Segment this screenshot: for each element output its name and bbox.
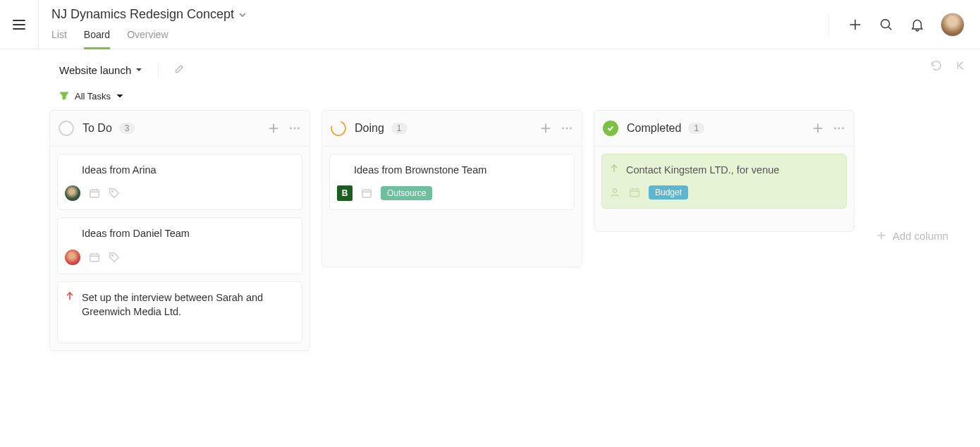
svg-point-8	[562, 128, 564, 130]
add-card-button[interactable]	[811, 122, 824, 135]
svg-point-3	[298, 128, 300, 130]
filter-icon[interactable]	[59, 91, 69, 101]
tab-list[interactable]: List	[51, 29, 67, 49]
collapse-right-icon[interactable]	[955, 59, 967, 72]
svg-point-0	[881, 20, 890, 28]
svg-rect-4	[90, 190, 99, 197]
task-card[interactable]: Contact Kingstem LTD., for venue Budget	[601, 154, 847, 209]
svg-point-13	[838, 128, 840, 130]
topbar-main: NJ Dynamics Redesign Concept List Board …	[39, 0, 826, 49]
plus-icon[interactable]	[847, 17, 863, 32]
task-card[interactable]: Ideas from Arina	[57, 154, 302, 210]
assignee-avatar[interactable]	[65, 185, 80, 201]
assignee-avatar[interactable]	[65, 250, 80, 265]
card-title: Ideas from Brownstone Team	[354, 163, 564, 177]
svg-point-1	[290, 128, 292, 130]
assignee-icon[interactable]	[609, 187, 620, 198]
bell-icon[interactable]	[909, 17, 925, 32]
column-todo: To Do 3 Ideas from Arina Ideas from Dani…	[49, 110, 310, 351]
topbar-icons	[826, 0, 980, 49]
column-count: 3	[119, 123, 135, 134]
calendar-icon[interactable]	[361, 188, 372, 199]
tag-budget[interactable]: Budget	[649, 185, 688, 200]
team-avatar[interactable]: B	[337, 185, 353, 201]
add-card-button[interactable]	[539, 122, 552, 135]
calendar-icon[interactable]	[89, 252, 100, 263]
add-column-label: Add column	[893, 230, 948, 242]
divider	[828, 14, 829, 35]
pencil-icon	[174, 63, 185, 74]
view-selector[interactable]: Website launch	[59, 64, 142, 76]
column-title: Completed	[627, 122, 681, 135]
filter-label[interactable]: All Tasks	[75, 91, 111, 102]
column-menu-button[interactable]	[288, 122, 301, 135]
hamburger-icon	[12, 18, 26, 32]
status-indicator-done	[603, 121, 618, 136]
svg-rect-16	[630, 189, 639, 197]
caret-down-icon[interactable]	[116, 92, 123, 99]
status-indicator-todo	[59, 121, 74, 136]
column-menu-button[interactable]	[833, 122, 845, 135]
edit-view-button[interactable]	[174, 63, 185, 77]
column-menu-button[interactable]	[561, 122, 573, 135]
kanban-board: To Do 3 Ideas from Arina Ideas from Dani…	[0, 106, 980, 351]
view-tabs: List Board Overview	[51, 29, 826, 49]
search-icon[interactable]	[878, 17, 894, 32]
svg-point-12	[834, 128, 836, 130]
page-title: NJ Dynamics Redesign Concept	[51, 7, 234, 22]
tab-overview[interactable]: Overview	[127, 29, 168, 49]
svg-point-9	[566, 128, 568, 130]
svg-point-7	[111, 255, 113, 256]
tag-outsource[interactable]: Outsource	[381, 186, 432, 200]
task-card[interactable]: Ideas from Daniel Team	[57, 217, 302, 274]
card-title: Contact Kingstem LTD., for venue	[626, 163, 836, 177]
status-indicator-doing	[328, 118, 348, 138]
svg-rect-6	[90, 254, 99, 262]
tab-board[interactable]: Board	[84, 29, 110, 49]
card-title: Set up the interview between Sarah and G…	[82, 290, 292, 319]
add-column-button[interactable]: Add column	[866, 110, 954, 351]
plus-icon	[876, 230, 887, 241]
svg-point-15	[613, 189, 616, 192]
task-card[interactable]: Ideas from Brownstone Team B Outsource	[329, 154, 575, 210]
svg-rect-11	[362, 190, 371, 197]
card-title: Ideas from Arina	[82, 163, 292, 177]
calendar-icon[interactable]	[89, 188, 100, 199]
calendar-icon[interactable]	[629, 187, 640, 198]
divider	[158, 62, 159, 78]
svg-point-10	[570, 128, 572, 130]
column-doing: Doing 1 Ideas from Brownstone Team B Out…	[321, 110, 582, 267]
caret-down-icon	[135, 66, 142, 73]
svg-point-5	[111, 191, 113, 192]
chevron-down-icon	[238, 11, 247, 19]
user-avatar[interactable]	[941, 13, 964, 37]
column-count: 1	[688, 123, 704, 134]
tag-icon[interactable]	[109, 188, 120, 199]
svg-point-2	[294, 128, 296, 130]
task-card[interactable]: Set up the interview between Sarah and G…	[57, 281, 302, 344]
card-title: Ideas from Daniel Team	[82, 226, 292, 240]
tag-icon[interactable]	[109, 252, 120, 263]
add-card-button[interactable]	[267, 122, 280, 135]
page-title-row[interactable]: NJ Dynamics Redesign Concept	[51, 7, 826, 22]
svg-point-14	[842, 128, 844, 130]
undo-icon[interactable]	[929, 59, 942, 72]
menu-toggle-button[interactable]	[0, 0, 39, 49]
column-count: 1	[391, 123, 408, 134]
priority-up-icon	[65, 291, 75, 304]
view-name-label: Website launch	[59, 64, 131, 76]
column-title: Doing	[355, 122, 384, 135]
column-title: To Do	[82, 122, 112, 135]
column-completed: Completed 1 Contact Kingstem LTD., for v…	[594, 110, 855, 232]
priority-up-icon	[609, 164, 619, 176]
